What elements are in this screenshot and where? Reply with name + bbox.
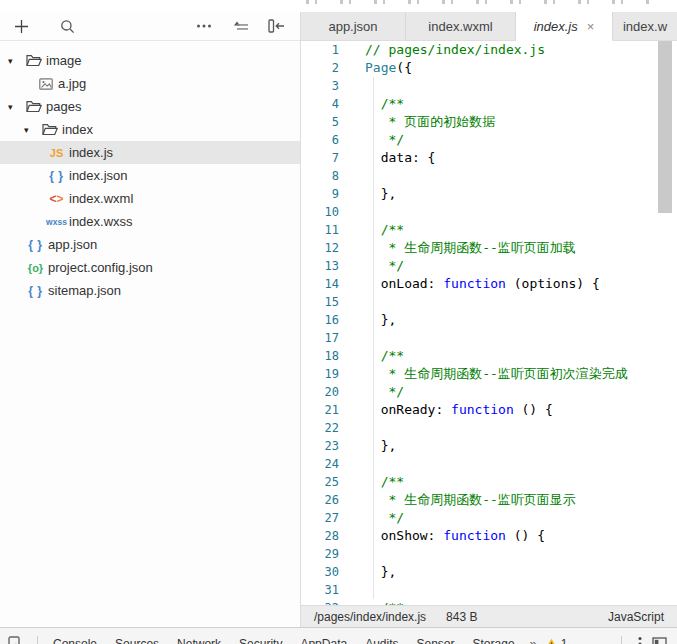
devtools-tab-storage[interactable]: Storage [464,637,524,644]
file-label: app.json [48,237,97,252]
json-file-icon: { } [48,169,65,183]
editor-statusbar: /pages/index/index.js 843 B JavaScript [301,605,677,627]
code-line: 8 [301,167,677,185]
kebab-menu-icon[interactable] [638,636,642,644]
tree-item-index-wxss[interactable]: wxssindex.wxss [0,210,300,233]
line-number: 24 [301,455,339,473]
code-text [339,293,365,311]
line-number: 4 [301,95,339,113]
collapse-all-icon[interactable] [228,14,252,38]
tree-item-pages[interactable]: ▾pages [0,95,300,118]
language-indicator[interactable]: JavaScript [608,610,664,624]
devtools-tab-console[interactable]: Console [44,637,106,644]
line-number: 9 [301,185,339,203]
code-line: 16 }, [301,311,677,329]
expand-arrow-icon[interactable]: ▾ [24,125,41,135]
devtools-tab-network[interactable]: Network [168,637,230,644]
indent-guide [373,77,374,599]
line-number: 29 [301,545,339,563]
debugger-bar: ConsoleSourcesNetworkSecurityAppDataAudi… [0,627,677,644]
warning-indicator[interactable]: 1 [545,637,568,644]
code-line: 28 onShow: function () { [301,527,677,545]
code-line: 11 /** [301,221,677,239]
code-text: }, [339,563,396,581]
tree-item-index-js[interactable]: JSindex.js [0,141,300,164]
js-file-icon: JS [48,147,65,159]
file-explorer-sidebar: ▾imagea.jpg▾pages▾indexJSindex.js{ }inde… [0,12,300,627]
code-text: data: { [339,149,435,167]
code-line: 17 [301,329,677,347]
code-editor[interactable]: 1// pages/index/index.js2Page({34 /**5 *… [301,41,677,605]
line-number: 31 [301,581,339,599]
file-path: /pages/index/index.js [314,610,426,624]
line-number: 6 [301,131,339,149]
close-icon[interactable]: × [587,20,595,33]
tree-item-image[interactable]: ▾image [0,49,300,72]
tree-item-project-config-json[interactable]: {o}project.config.json [0,256,300,279]
editor-scrollbar[interactable] [658,41,672,213]
tree-item-a-jpg[interactable]: a.jpg [0,72,300,95]
devtools-tab-sources[interactable]: Sources [106,637,168,644]
tree-item-index-wxml[interactable]: <>index.wxml [0,187,300,210]
cropped-toolbar-remnant [306,0,651,4]
main-content: ▾imagea.jpg▾pages▾indexJSindex.js{ }inde… [0,12,677,627]
code-text: */ [339,383,404,401]
search-icon[interactable] [55,14,79,38]
code-line: 6 */ [301,131,677,149]
tree-item-index[interactable]: ▾index [0,118,300,141]
file-label: index.wxss [69,214,133,229]
editor-tab-bar: app.jsonindex.wxmlindex.js×index.w [301,12,677,41]
line-number: 14 [301,275,339,293]
line-number: 3 [301,77,339,95]
code-text [339,329,365,347]
expand-arrow-icon[interactable]: ▾ [8,102,25,112]
code-text: */ [339,509,404,527]
code-text: * 生命周期函数--监听页面加载 [339,239,576,257]
tab-index-wxml[interactable]: index.wxml [406,12,516,41]
toggle-sidebar-icon[interactable] [264,14,288,38]
tab-app-json[interactable]: app.json [301,12,406,41]
code-text: */ [339,257,404,275]
code-text: /** [339,473,404,491]
code-text: * 页面的初始数据 [339,113,495,131]
tabs-overflow-chevron[interactable]: » [530,636,537,644]
code-text [339,167,365,185]
file-label: index.js [69,145,113,160]
dock-window-icon[interactable] [652,637,667,644]
image-file-icon [37,78,54,90]
tree-item-app-json[interactable]: { }app.json [0,233,300,256]
tab-label: index.wxml [428,19,492,34]
code-text [339,581,365,599]
code-line: 18 /** [301,347,677,365]
folder-file-icon [25,100,42,113]
file-label: sitemap.json [48,283,121,298]
more-options-icon[interactable] [192,14,216,38]
code-text [339,203,365,221]
tree-item-index-json[interactable]: { }index.json [0,164,300,187]
code-line: 22 [301,419,677,437]
code-line: 15 [301,293,677,311]
inspect-element-icon[interactable] [8,636,24,644]
tree-item-sitemap-json[interactable]: { }sitemap.json [0,279,300,302]
devtools-tab-audits[interactable]: Audits [356,637,407,644]
code-lines: 1// pages/index/index.js2Page({34 /**5 *… [301,41,677,605]
devtools-tab-appdata[interactable]: AppData [291,637,356,644]
file-label: a.jpg [58,76,86,91]
tab-index-js[interactable]: index.js× [516,12,613,41]
code-line: 9 }, [301,185,677,203]
line-number: 7 [301,149,339,167]
add-file-icon[interactable] [9,14,33,38]
line-number: 11 [301,221,339,239]
devtools-tab-sensor[interactable]: Sensor [408,637,464,644]
tab-label: app.json [328,19,377,34]
line-number: 5 [301,113,339,131]
expand-arrow-icon[interactable]: ▾ [8,56,25,66]
code-text: /** [339,221,404,239]
cropped-toolbar-strip [0,0,677,12]
code-line: 19 * 生命周期函数--监听页面初次渲染完成 [301,365,677,383]
code-line: 5 * 页面的初始数据 [301,113,677,131]
line-number: 13 [301,257,339,275]
devtools-tab-security[interactable]: Security [230,637,291,644]
tab-index-w[interactable]: index.w [613,12,677,41]
code-line: 21 onReady: function () { [301,401,677,419]
